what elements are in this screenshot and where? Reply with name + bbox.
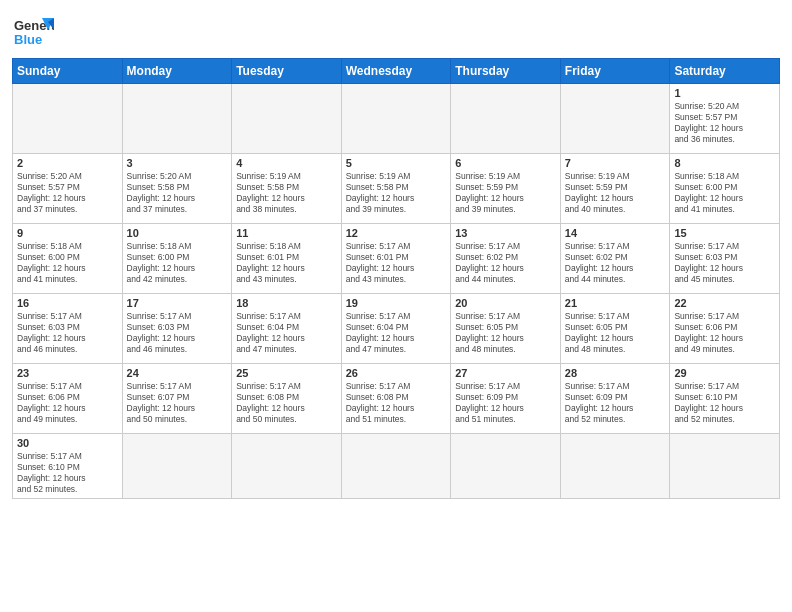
day-info: Sunrise: 5:17 AM Sunset: 6:03 PM Dayligh… [674, 241, 775, 285]
calendar-cell [13, 84, 123, 154]
day-info: Sunrise: 5:19 AM Sunset: 5:59 PM Dayligh… [565, 171, 666, 215]
day-info: Sunrise: 5:17 AM Sunset: 6:06 PM Dayligh… [674, 311, 775, 355]
day-info: Sunrise: 5:18 AM Sunset: 6:00 PM Dayligh… [127, 241, 228, 285]
day-info: Sunrise: 5:17 AM Sunset: 6:05 PM Dayligh… [455, 311, 556, 355]
calendar-cell: 3Sunrise: 5:20 AM Sunset: 5:58 PM Daylig… [122, 154, 232, 224]
calendar-cell: 6Sunrise: 5:19 AM Sunset: 5:59 PM Daylig… [451, 154, 561, 224]
day-number: 22 [674, 297, 775, 309]
day-number: 21 [565, 297, 666, 309]
calendar-cell: 8Sunrise: 5:18 AM Sunset: 6:00 PM Daylig… [670, 154, 780, 224]
day-info: Sunrise: 5:18 AM Sunset: 6:00 PM Dayligh… [674, 171, 775, 215]
calendar-cell: 19Sunrise: 5:17 AM Sunset: 6:04 PM Dayli… [341, 294, 451, 364]
calendar-table: SundayMondayTuesdayWednesdayThursdayFrid… [12, 58, 780, 434]
day-number: 29 [674, 367, 775, 379]
day-number: 5 [346, 157, 447, 169]
day-info: Sunrise: 5:17 AM Sunset: 6:10 PM Dayligh… [17, 451, 118, 495]
day-info: Sunrise: 5:17 AM Sunset: 6:09 PM Dayligh… [455, 381, 556, 425]
day-info: Sunrise: 5:17 AM Sunset: 6:09 PM Dayligh… [565, 381, 666, 425]
day-info: Sunrise: 5:17 AM Sunset: 6:01 PM Dayligh… [346, 241, 447, 285]
weekday-header-sunday: Sunday [13, 59, 123, 84]
calendar-cell: 18Sunrise: 5:17 AM Sunset: 6:04 PM Dayli… [232, 294, 342, 364]
day-number: 13 [455, 227, 556, 239]
day-info: Sunrise: 5:17 AM Sunset: 6:03 PM Dayligh… [17, 311, 118, 355]
day-number: 28 [565, 367, 666, 379]
day-number: 10 [127, 227, 228, 239]
day-info: Sunrise: 5:17 AM Sunset: 6:05 PM Dayligh… [565, 311, 666, 355]
day-number: 12 [346, 227, 447, 239]
day-number: 6 [455, 157, 556, 169]
calendar-cell: 13Sunrise: 5:17 AM Sunset: 6:02 PM Dayli… [451, 224, 561, 294]
day-number: 11 [236, 227, 337, 239]
calendar-cell: 14Sunrise: 5:17 AM Sunset: 6:02 PM Dayli… [560, 224, 670, 294]
day-info: Sunrise: 5:19 AM Sunset: 5:59 PM Dayligh… [455, 171, 556, 215]
day-number: 24 [127, 367, 228, 379]
calendar-cell: 17Sunrise: 5:17 AM Sunset: 6:03 PM Dayli… [122, 294, 232, 364]
day-info: Sunrise: 5:20 AM Sunset: 5:57 PM Dayligh… [17, 171, 118, 215]
day-number: 30 [17, 437, 118, 449]
day-number: 9 [17, 227, 118, 239]
day-info: Sunrise: 5:19 AM Sunset: 5:58 PM Dayligh… [346, 171, 447, 215]
calendar-cell: 20Sunrise: 5:17 AM Sunset: 6:05 PM Dayli… [451, 294, 561, 364]
calendar-cell: 4Sunrise: 5:19 AM Sunset: 5:58 PM Daylig… [232, 154, 342, 224]
day-number: 1 [674, 87, 775, 99]
day-info: Sunrise: 5:17 AM Sunset: 6:02 PM Dayligh… [565, 241, 666, 285]
week-row-1: 2Sunrise: 5:20 AM Sunset: 5:57 PM Daylig… [13, 154, 780, 224]
calendar-cell: 12Sunrise: 5:17 AM Sunset: 6:01 PM Dayli… [341, 224, 451, 294]
calendar-cell [341, 84, 451, 154]
header: General Blue [12, 10, 780, 52]
week-row-4: 23Sunrise: 5:17 AM Sunset: 6:06 PM Dayli… [13, 364, 780, 434]
last-row: 30Sunrise: 5:17 AM Sunset: 6:10 PM Dayli… [12, 434, 780, 499]
weekday-header-saturday: Saturday [670, 59, 780, 84]
week-row-3: 16Sunrise: 5:17 AM Sunset: 6:03 PM Dayli… [13, 294, 780, 364]
calendar-cell: 21Sunrise: 5:17 AM Sunset: 6:05 PM Dayli… [560, 294, 670, 364]
day-number: 18 [236, 297, 337, 309]
day-info: Sunrise: 5:17 AM Sunset: 6:08 PM Dayligh… [236, 381, 337, 425]
calendar-cell: 27Sunrise: 5:17 AM Sunset: 6:09 PM Dayli… [451, 364, 561, 434]
calendar-cell: 2Sunrise: 5:20 AM Sunset: 5:57 PM Daylig… [13, 154, 123, 224]
day-number: 17 [127, 297, 228, 309]
day-info: Sunrise: 5:17 AM Sunset: 6:03 PM Dayligh… [127, 311, 228, 355]
logo: General Blue [12, 10, 54, 52]
calendar-cell: 22Sunrise: 5:17 AM Sunset: 6:06 PM Dayli… [670, 294, 780, 364]
day-info: Sunrise: 5:20 AM Sunset: 5:58 PM Dayligh… [127, 171, 228, 215]
day-info: Sunrise: 5:17 AM Sunset: 6:06 PM Dayligh… [17, 381, 118, 425]
day-number: 14 [565, 227, 666, 239]
last-row-cell [451, 434, 561, 499]
calendar-cell: 11Sunrise: 5:18 AM Sunset: 6:01 PM Dayli… [232, 224, 342, 294]
day-number: 25 [236, 367, 337, 379]
calendar-cell: 23Sunrise: 5:17 AM Sunset: 6:06 PM Dayli… [13, 364, 123, 434]
calendar-cell: 29Sunrise: 5:17 AM Sunset: 6:10 PM Dayli… [670, 364, 780, 434]
day-info: Sunrise: 5:19 AM Sunset: 5:58 PM Dayligh… [236, 171, 337, 215]
calendar-cell: 16Sunrise: 5:17 AM Sunset: 6:03 PM Dayli… [13, 294, 123, 364]
day-info: Sunrise: 5:20 AM Sunset: 5:57 PM Dayligh… [674, 101, 775, 145]
logo-icon: General Blue [12, 10, 54, 52]
day-number: 4 [236, 157, 337, 169]
svg-text:Blue: Blue [14, 32, 42, 47]
calendar-cell: 24Sunrise: 5:17 AM Sunset: 6:07 PM Dayli… [122, 364, 232, 434]
day-info: Sunrise: 5:18 AM Sunset: 6:00 PM Dayligh… [17, 241, 118, 285]
day-number: 23 [17, 367, 118, 379]
calendar-cell [560, 84, 670, 154]
last-row-cell [122, 434, 232, 499]
day-info: Sunrise: 5:17 AM Sunset: 6:07 PM Dayligh… [127, 381, 228, 425]
calendar-cell: 9Sunrise: 5:18 AM Sunset: 6:00 PM Daylig… [13, 224, 123, 294]
day-info: Sunrise: 5:17 AM Sunset: 6:04 PM Dayligh… [346, 311, 447, 355]
calendar-cell: 25Sunrise: 5:17 AM Sunset: 6:08 PM Dayli… [232, 364, 342, 434]
last-row-cell [670, 434, 780, 499]
calendar-cell: 10Sunrise: 5:18 AM Sunset: 6:00 PM Dayli… [122, 224, 232, 294]
calendar-cell: 26Sunrise: 5:17 AM Sunset: 6:08 PM Dayli… [341, 364, 451, 434]
day-number: 19 [346, 297, 447, 309]
last-row-cell: 30Sunrise: 5:17 AM Sunset: 6:10 PM Dayli… [13, 434, 123, 499]
last-row-cell [232, 434, 342, 499]
calendar-cell [232, 84, 342, 154]
week-row-2: 9Sunrise: 5:18 AM Sunset: 6:00 PM Daylig… [13, 224, 780, 294]
day-info: Sunrise: 5:17 AM Sunset: 6:02 PM Dayligh… [455, 241, 556, 285]
week-row-0: 1Sunrise: 5:20 AM Sunset: 5:57 PM Daylig… [13, 84, 780, 154]
day-number: 27 [455, 367, 556, 379]
day-info: Sunrise: 5:17 AM Sunset: 6:04 PM Dayligh… [236, 311, 337, 355]
last-row-cell [560, 434, 670, 499]
day-info: Sunrise: 5:17 AM Sunset: 6:08 PM Dayligh… [346, 381, 447, 425]
weekday-header-friday: Friday [560, 59, 670, 84]
calendar-cell: 7Sunrise: 5:19 AM Sunset: 5:59 PM Daylig… [560, 154, 670, 224]
weekday-header-monday: Monday [122, 59, 232, 84]
